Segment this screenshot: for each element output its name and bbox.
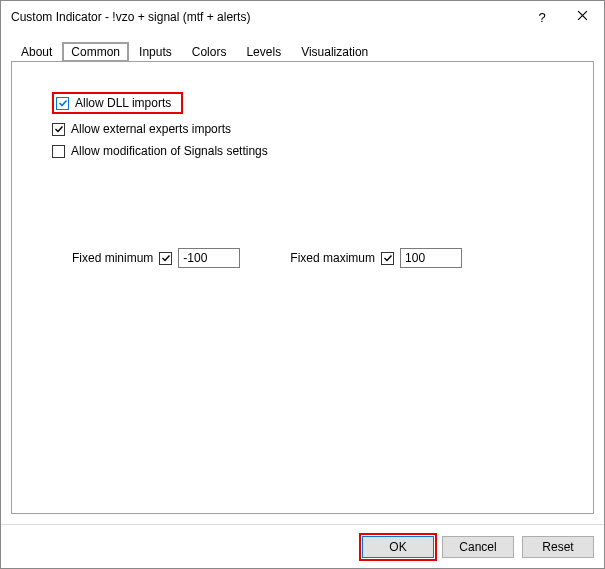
close-icon xyxy=(577,10,588,24)
reset-button[interactable]: Reset xyxy=(522,536,594,558)
option-allow-ext-experts-row: Allow external experts imports xyxy=(52,122,573,136)
fixed-maximum-label: Fixed maximum xyxy=(290,251,375,265)
button-label: Reset xyxy=(542,540,573,554)
close-button[interactable] xyxy=(560,2,604,32)
fixed-maximum-input[interactable] xyxy=(400,248,462,268)
client-area: About Common Inputs Colors Levels Visual… xyxy=(1,33,604,524)
cancel-button[interactable]: Cancel xyxy=(442,536,514,558)
tab-common[interactable]: Common xyxy=(62,42,129,62)
allow-mod-signals-label: Allow modification of Signals settings xyxy=(71,144,268,158)
tab-panel-common: Allow DLL imports Allow external experts… xyxy=(11,61,594,514)
dialog-footer: OK Cancel Reset xyxy=(1,524,604,568)
fixed-maximum-checkbox[interactable] xyxy=(381,252,394,265)
tab-levels[interactable]: Levels xyxy=(236,41,291,62)
tab-label: Common xyxy=(71,45,120,59)
fixed-minimum-group: Fixed minimum xyxy=(72,248,240,268)
fixed-minimum-checkbox[interactable] xyxy=(159,252,172,265)
allow-ext-experts-checkbox[interactable] xyxy=(52,123,65,136)
fixed-row: Fixed minimum Fixed maximum xyxy=(52,248,573,268)
tab-label: About xyxy=(21,45,52,59)
help-button[interactable]: ? xyxy=(524,2,560,32)
tab-inputs[interactable]: Inputs xyxy=(129,41,182,62)
fixed-maximum-group: Fixed maximum xyxy=(290,248,462,268)
title-bar: Custom Indicator - !vzo + signal (mtf + … xyxy=(1,1,604,33)
tab-label: Levels xyxy=(246,45,281,59)
allow-mod-signals-checkbox[interactable] xyxy=(52,145,65,158)
fixed-minimum-input[interactable] xyxy=(178,248,240,268)
fixed-minimum-label: Fixed minimum xyxy=(72,251,153,265)
tab-label: Inputs xyxy=(139,45,172,59)
allow-dll-label: Allow DLL imports xyxy=(75,96,171,110)
button-label: Cancel xyxy=(459,540,496,554)
options-group: Allow DLL imports Allow external experts… xyxy=(52,92,573,158)
tab-label: Visualization xyxy=(301,45,368,59)
dialog-window: Custom Indicator - !vzo + signal (mtf + … xyxy=(0,0,605,569)
button-label: OK xyxy=(389,540,406,554)
tab-strip: About Common Inputs Colors Levels Visual… xyxy=(11,39,594,61)
help-icon: ? xyxy=(538,10,545,25)
tab-about[interactable]: About xyxy=(11,41,62,62)
tab-visualization[interactable]: Visualization xyxy=(291,41,378,62)
allow-ext-experts-label: Allow external experts imports xyxy=(71,122,231,136)
option-allow-dll-row: Allow DLL imports xyxy=(52,92,573,114)
ok-button[interactable]: OK xyxy=(362,536,434,558)
tab-colors[interactable]: Colors xyxy=(182,41,237,62)
allow-dll-checkbox[interactable] xyxy=(56,97,69,110)
window-title: Custom Indicator - !vzo + signal (mtf + … xyxy=(11,10,524,24)
tab-label: Colors xyxy=(192,45,227,59)
option-allow-mod-signals-row: Allow modification of Signals settings xyxy=(52,144,573,158)
